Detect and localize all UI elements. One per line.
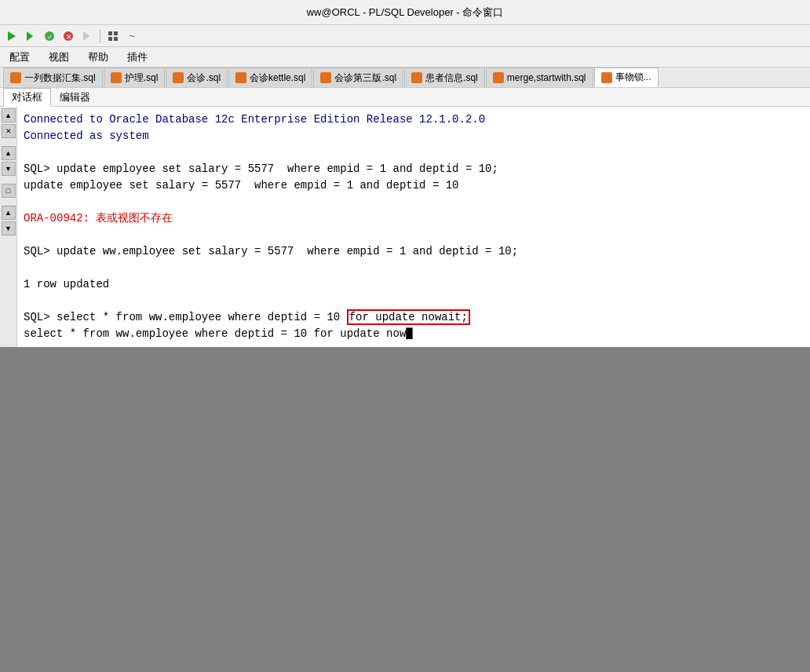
svg-text:✓: ✓ — [47, 33, 53, 41]
sub-tab-editor-label: 编辑器 — [60, 91, 90, 103]
terminal-line-4: SQL> update employee set salary = 5577 w… — [24, 161, 804, 177]
play-btn[interactable] — [22, 27, 39, 45]
title-bar: ww@ORCL - PL/SQL Developer - 命令窗口 — [0, 0, 810, 25]
tab-label-0: 一列数据汇集.sql — [24, 71, 96, 85]
sidebar-btn-up[interactable]: ▲ — [2, 108, 16, 122]
terminal-line-6 — [24, 194, 804, 210]
terminal-line-7: ORA-00942: 表或视图不存在 — [24, 210, 804, 227]
tab-label-2: 会诊.sql — [187, 71, 221, 85]
terminal-line-2: Connected as system — [24, 128, 804, 144]
sidebar-btn-page[interactable]: □ — [2, 184, 16, 198]
tab-label-6: merge,startwith.sql — [507, 72, 586, 83]
svg-rect-9 — [108, 37, 112, 41]
icon4[interactable]: ✕ — [60, 27, 77, 45]
svg-rect-10 — [114, 37, 118, 41]
icon5[interactable] — [78, 27, 96, 45]
tab-1[interactable]: 护理.sql — [104, 68, 166, 87]
tab-3[interactable]: 会诊kettle.sql — [228, 68, 312, 87]
bottom-gray-area — [0, 347, 810, 653]
terminal-line-1: Connected to Oracle Database 12c Enterpr… — [24, 111, 804, 128]
sidebar-btn-arrow-up[interactable]: ▲ — [2, 206, 16, 220]
grid-btn[interactable] — [104, 27, 122, 45]
tab-icon-6 — [493, 72, 504, 83]
svg-marker-1 — [27, 31, 33, 41]
menu-bar: 配置 视图 帮助 插件 — [0, 47, 810, 68]
main-window: ww@ORCL - PL/SQL Developer - 命令窗口 ✓ ✕ — [0, 0, 810, 653]
tab-label-3: 会诊kettle.sql — [250, 71, 305, 85]
terminal-line-8 — [24, 227, 804, 243]
tab-icon-7 — [601, 72, 612, 83]
sidebar-btn-close[interactable]: ✕ — [2, 124, 16, 138]
sidebar-btn-scroll-down[interactable]: ▼ — [2, 162, 16, 176]
tab-label-4: 会诊第三版.sql — [334, 71, 396, 85]
svg-rect-8 — [114, 31, 118, 35]
terminal-line-11: 1 row updated — [24, 276, 804, 293]
tab-6[interactable]: merge,startwith.sql — [486, 68, 593, 87]
sub-tab-dialog[interactable]: 对话框 — [3, 88, 51, 107]
content-area: ▲ ✕ ▲ ▼ □ ▲ ▼ Connected to Oracle Databa… — [0, 107, 810, 347]
toolbar-separator — [100, 29, 100, 43]
tabs-bar: 一列数据汇集.sql 护理.sql 会诊.sql 会诊kettle.sql 会诊… — [0, 68, 810, 88]
menu-help[interactable]: 帮助 — [85, 49, 111, 66]
sub-tab-dialog-label: 对话框 — [12, 91, 42, 103]
tab-7[interactable]: 事物锁... — [594, 68, 659, 87]
svg-rect-7 — [108, 31, 112, 35]
tab-icon-4 — [320, 72, 331, 83]
sidebar-btn-arrow-down[interactable]: ▼ — [2, 221, 16, 236]
tab-label-5: 患者信息.sql — [425, 71, 478, 85]
left-sidebar: ▲ ✕ ▲ ▼ □ ▲ ▼ — [0, 107, 17, 347]
tab-icon-2 — [173, 72, 184, 83]
terminal-line-3 — [24, 144, 804, 161]
highlight-text: for update nowait; — [347, 309, 470, 325]
tab-5[interactable]: 患者信息.sql — [404, 68, 485, 87]
terminal-line-9: SQL> update ww.employee set salary = 557… — [24, 243, 804, 260]
tab-icon-0 — [10, 72, 21, 83]
tilde-btn[interactable]: ~ — [123, 27, 140, 45]
tab-icon-1 — [111, 72, 122, 83]
terminal-area[interactable]: Connected to Oracle Database 12c Enterpr… — [17, 107, 810, 347]
tab-2[interactable]: 会诊.sql — [166, 68, 228, 87]
terminal-line-13: SQL> select * from ww.employee where dep… — [24, 309, 804, 326]
sidebar-btn-scroll-up[interactable]: ▲ — [2, 146, 16, 160]
menu-plugin[interactable]: 插件 — [124, 49, 151, 66]
terminal-line-5: update employee set salary = 5577 where … — [24, 177, 804, 194]
svg-text:✕: ✕ — [66, 33, 72, 41]
menu-view[interactable]: 视图 — [46, 49, 72, 66]
terminal-line-12 — [24, 293, 804, 309]
tab-icon-5 — [411, 72, 422, 83]
tab-label-1: 护理.sql — [125, 71, 159, 85]
menu-config[interactable]: 配置 — [6, 49, 33, 66]
svg-marker-0 — [8, 31, 16, 41]
icon3[interactable]: ✓ — [41, 27, 58, 45]
sub-tab-editor[interactable]: 编辑器 — [51, 88, 99, 106]
sub-tabs: 对话框 编辑器 — [0, 88, 810, 107]
run-btn[interactable] — [3, 27, 20, 45]
tab-label-7: 事物锁... — [615, 71, 651, 84]
tab-0[interactable]: 一列数据汇集.sql — [3, 68, 103, 87]
terminal-line-14: select * from ww.employee where deptid =… — [24, 326, 804, 342]
window-title: ww@ORCL - PL/SQL Developer - 命令窗口 — [307, 5, 504, 20]
toolbar: ✓ ✕ ~ — [0, 25, 810, 47]
svg-marker-6 — [83, 31, 89, 41]
tab-icon-3 — [235, 72, 246, 83]
tab-4[interactable]: 会诊第三版.sql — [313, 68, 403, 87]
terminal-line-10 — [24, 260, 804, 276]
